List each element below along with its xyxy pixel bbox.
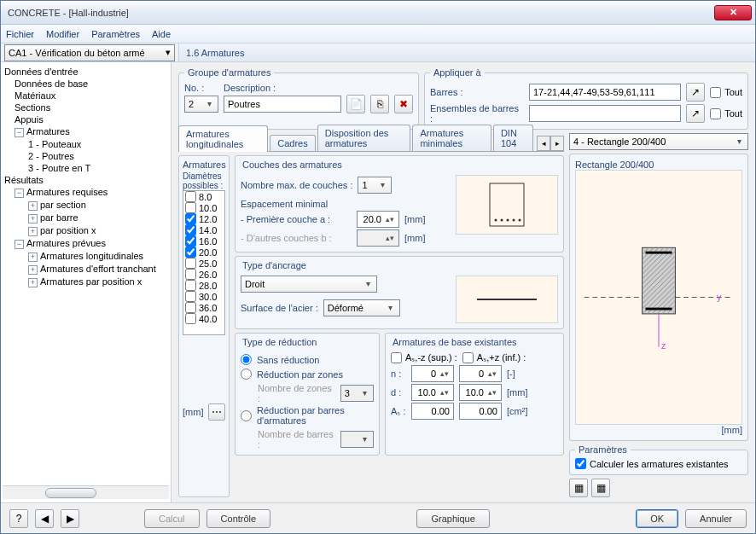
expand-icon[interactable]: + [28, 278, 38, 287]
diametre-item[interactable]: 8.0 [183, 191, 224, 202]
ens-input[interactable] [529, 105, 681, 122]
esp-title: Espacement minimal [241, 199, 449, 209]
tout-ens-check[interactable]: Tout [710, 108, 742, 119]
tree-req1[interactable]: +par section [3, 199, 169, 212]
annuler-button[interactable]: Annuler [685, 509, 747, 528]
menu-params[interactable]: Paramètres [91, 29, 140, 39]
no-combo[interactable]: 2▾ [184, 96, 218, 113]
tree-arm2[interactable]: 2 - Poutres [3, 150, 169, 162]
tree-req3[interactable]: +par position x [3, 224, 169, 237]
pick-ens-button[interactable]: ↗ [686, 104, 705, 123]
radio-sans[interactable]: Sans réduction [241, 352, 374, 367]
as-inf-check[interactable]: Aₛ,+z (inf.) : [462, 352, 526, 363]
diametres-list[interactable]: 8.010.012.014.016.020.025.026.028.030.03… [183, 190, 225, 335]
diametre-item[interactable]: 14.0 [183, 224, 224, 235]
tree-armatures[interactable]: −Armatures [3, 125, 169, 138]
nav-tree[interactable]: Données d'entrée Données de base Matéria… [1, 62, 172, 502]
preview-title: Rectangle 200/400 [575, 160, 742, 170]
diametre-item[interactable]: 26.0 [183, 269, 224, 280]
expand-icon[interactable]: + [28, 265, 38, 275]
tab-next-button[interactable]: ▸ [550, 136, 564, 151]
arm-browse-button[interactable]: ⋯ [208, 403, 225, 421]
ancrage-type-combo[interactable]: Droit▾ [241, 276, 377, 293]
radio-barres[interactable]: Réduction par barres d'armatures [241, 403, 374, 427]
tab-prev-button[interactable]: ◂ [537, 136, 550, 151]
expand-icon[interactable]: + [28, 201, 38, 211]
diametre-item[interactable]: 20.0 [183, 247, 224, 258]
tree-prev1[interactable]: +Armatures longitudinales [3, 250, 169, 263]
tree-donnees[interactable]: Données d'entrée [3, 66, 169, 78]
collapse-icon[interactable]: − [15, 240, 24, 249]
copy-button[interactable]: ⎘ [370, 95, 389, 113]
new-button[interactable]: 📄 [346, 95, 365, 113]
chevron-down-icon: ▾ [363, 278, 373, 290]
tree-base[interactable]: Données de base [3, 78, 169, 90]
diametre-item[interactable]: 16.0 [183, 235, 224, 247]
view-button-2[interactable]: ▦ [591, 479, 610, 497]
next-page-button[interactable]: ▶ [61, 509, 79, 528]
view-button-1[interactable]: ▦ [569, 479, 588, 497]
tree-materiaux[interactable]: Matériaux [3, 90, 169, 102]
tree-req[interactable]: −Armatures requises [3, 186, 169, 199]
tree-sections[interactable]: Sections [3, 102, 169, 113]
tree-prev3[interactable]: +Armatures par position x [3, 276, 169, 288]
d1-spin[interactable]: 10.0▴▾ [411, 384, 454, 401]
tree-arm1[interactable]: 1 - Pouteaux [3, 138, 169, 150]
section-combo[interactable]: 4 - Rectangle 200/400▾ [569, 133, 748, 150]
tree-resultats[interactable]: Résultats [3, 174, 169, 186]
graphique-button[interactable]: Graphique [416, 509, 489, 528]
body: Données d'entrée Données de base Matéria… [1, 62, 755, 502]
close-button[interactable]: ✕ [714, 5, 752, 20]
svg-text:z: z [661, 340, 666, 351]
pick-barres-button[interactable]: ↗ [686, 83, 705, 102]
case-combo[interactable]: CA1 - Vérification du béton armé ▾ [4, 44, 175, 61]
d2-spin[interactable]: 10.0▴▾ [459, 384, 502, 401]
tab-longitudinales[interactable]: Armatures longitudinales [178, 125, 268, 152]
menu-help[interactable]: Aide [152, 29, 171, 39]
desc-input[interactable]: Poutres [224, 96, 341, 113]
ok-button[interactable]: OK [636, 509, 678, 528]
delete-button[interactable]: ✖ [394, 95, 413, 113]
n2-spin[interactable]: 0▴▾ [459, 365, 502, 382]
collapse-icon[interactable]: − [15, 189, 24, 198]
tab-din104[interactable]: DIN 104 [493, 125, 533, 151]
controle-button[interactable]: Contrôle [206, 509, 271, 528]
radio-zones[interactable]: Réduction par zones [241, 367, 374, 381]
diametre-item[interactable]: 28.0 [183, 280, 224, 291]
diametre-item[interactable]: 30.0 [183, 291, 224, 302]
tab-disposition[interactable]: Disposition des armatures [317, 125, 411, 151]
diametre-item[interactable]: 12.0 [183, 213, 224, 224]
tab-minimales[interactable]: Armatures minimales [412, 125, 491, 151]
expand-icon[interactable]: + [28, 227, 38, 236]
diametre-item[interactable]: 36.0 [183, 302, 224, 313]
tree-hscroll[interactable] [3, 485, 169, 499]
help-button[interactable]: ? [9, 509, 28, 528]
max-couches-combo[interactable]: 1▾ [358, 177, 392, 194]
nbarres-combo: ▾ [340, 431, 374, 448]
expand-icon[interactable]: + [28, 252, 38, 262]
expand-icon[interactable]: + [28, 214, 38, 223]
prev-page-button[interactable]: ◀ [35, 509, 54, 528]
collapse-icon[interactable]: − [15, 128, 24, 137]
tab-cadres[interactable]: Cadres [270, 135, 315, 151]
as-sup-check[interactable]: Aₛ,-z (sup.) : [391, 352, 457, 363]
ancrage-title: Type d'ancrage [237, 258, 561, 272]
tree-prev[interactable]: −Armatures prévues [3, 237, 169, 250]
tree-req2[interactable]: +par barre [3, 212, 169, 224]
diametre-item[interactable]: 25.0 [183, 258, 224, 269]
row-a-spin[interactable]: 20.0▴▾ [357, 211, 399, 228]
tree-prev2[interactable]: +Armatures d'effort tranchant [3, 263, 169, 276]
calc-exist-check[interactable]: Calculer les armatures existantes [575, 458, 742, 469]
diametre-item[interactable]: 40.0 [183, 313, 224, 324]
arm-unit: [mm] [183, 407, 203, 417]
scroll-thumb[interactable] [45, 488, 96, 498]
menu-edit[interactable]: Modifier [46, 29, 79, 39]
diametre-item[interactable]: 10.0 [183, 202, 224, 213]
surface-combo[interactable]: Déformé▾ [323, 299, 400, 316]
tree-arm3[interactable]: 3 - Poutre en T [3, 162, 169, 174]
tree-appuis[interactable]: Appuis [3, 113, 169, 125]
menu-file[interactable]: Fichier [6, 29, 34, 39]
n1-spin[interactable]: 0▴▾ [411, 365, 454, 382]
barres-input[interactable]: 17-21,44,47-49,53-59,61,111 [529, 84, 681, 101]
tout-barres-check[interactable]: Tout [710, 87, 742, 98]
